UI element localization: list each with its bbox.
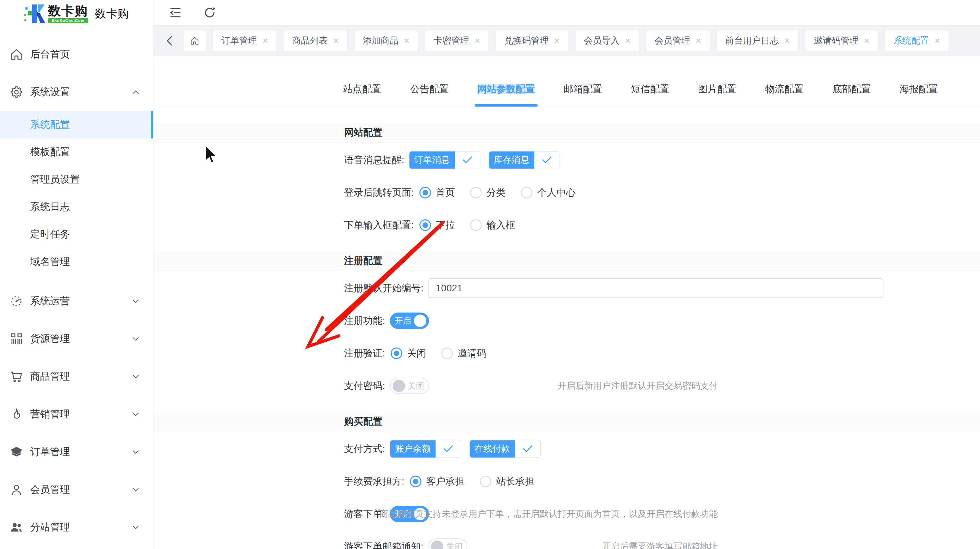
checkbox-button-label: 账户余额 (390, 440, 436, 457)
config-tab-0[interactable]: 站点配置 (343, 83, 381, 107)
radio-option-after-login-redirect[interactable]: 首页 (419, 186, 455, 199)
tab-home[interactable] (184, 30, 205, 51)
radio-unselected[interactable] (470, 219, 482, 231)
checkmark-icon[interactable] (515, 440, 540, 457)
tab-member-import[interactable]: 会员导入× (576, 30, 639, 51)
radio-unselected[interactable] (441, 347, 453, 359)
radio-option-after-login-redirect[interactable]: 分类 (470, 186, 506, 199)
tab-front-user-log[interactable]: 前台用户日志× (717, 30, 798, 51)
radio-option-fee-bearer[interactable]: 站长承担 (480, 475, 535, 488)
sidebar-subitem-template-config[interactable]: 模板配置 (0, 138, 153, 166)
sidebar-subitem-system-log[interactable]: 系统日志 (0, 193, 153, 221)
field-label: 登录后跳转页面: (344, 186, 414, 199)
field-label: 注册功能: (344, 314, 385, 327)
toggle-register-enabled[interactable]: 开启 (390, 312, 429, 329)
checkbox-button-voice-message-remind[interactable]: 库存消息 (488, 151, 560, 169)
close-icon[interactable]: × (333, 36, 339, 46)
radio-label: 个人中心 (537, 186, 576, 199)
sidebar-subitem-domain-manage[interactable]: 域名管理 (0, 248, 153, 275)
tab-order-manage[interactable]: 订单管理× (213, 30, 276, 51)
radio-selected[interactable] (419, 219, 431, 231)
checkmark-icon[interactable] (534, 151, 560, 169)
config-sections: 网站配置语音消息提醒:订单消息库存消息登录后跳转页面:首页分类个人中心下单输入框… (154, 123, 980, 549)
sidebar-item-goods-manage[interactable]: 商品管理 (0, 358, 153, 395)
sidebar-subitem-admin-settings[interactable]: 管理员设置 (0, 166, 153, 193)
tab-card-secret[interactable]: 卡密管理× (425, 30, 488, 51)
toggle-knob (431, 540, 444, 549)
tab-redeem-code[interactable]: 兑换码管理× (496, 30, 568, 51)
close-icon[interactable]: × (554, 36, 560, 46)
refresh-icon[interactable] (202, 5, 217, 20)
sidebar-item-marketing-manage[interactable]: 营销管理 (0, 395, 153, 433)
back-chevron-icon[interactable] (164, 35, 176, 47)
sidebar-submenu: 系统配置模板配置管理员设置系统日志定时任务域名管理 (0, 111, 153, 275)
config-tab-3[interactable]: 邮箱配置 (564, 83, 602, 107)
config-tab-1[interactable]: 公告配置 (410, 83, 449, 107)
checkmark-icon[interactable] (436, 440, 461, 457)
sidebar-subitem-cron-tasks[interactable]: 定时任务 (0, 221, 153, 248)
logo-title: 数卡购 (48, 5, 88, 17)
radio-unselected[interactable] (480, 476, 492, 487)
sidebar-item-supply-manage[interactable]: 货源管理 (0, 320, 153, 358)
radio-selected[interactable] (410, 476, 422, 487)
tab-label: 前台用户日志 (725, 35, 779, 47)
radio-option-register-verify[interactable]: 邀请码 (441, 347, 487, 360)
sidebar-item-label: 货源管理 (30, 332, 70, 346)
config-tab-4[interactable]: 短信配置 (631, 83, 669, 107)
field-hint: 开启后新用户注册默认开启交易密码支付 (557, 380, 718, 392)
sidebar-item-dashboard[interactable]: 后台首页 (0, 36, 153, 73)
toggle-knob (393, 380, 405, 392)
tabstrip: 订单管理×商品列表×添加商品×卡密管理×兑换码管理×会员导入×会员管理×前台用户… (154, 25, 980, 56)
checkbox-button-pay-methods[interactable]: 账户余额 (390, 440, 461, 458)
tab-member-manage[interactable]: 会员管理× (646, 30, 709, 51)
close-icon[interactable]: × (404, 36, 409, 46)
collapse-sidebar-icon[interactable] (168, 5, 183, 20)
field-label: 支付密码: (344, 379, 385, 392)
tab-invite-code[interactable]: 邀请码管理× (806, 30, 878, 51)
form-row-pay-password: 支付密码:关闭开启后新用户注册默认开启交易密码支付 (154, 369, 980, 402)
config-tabs: 站点配置公告配置网站参数配置邮箱配置短信配置图片配置物流配置底部配置海报配置 (154, 56, 980, 107)
tab-label: 订单管理 (221, 35, 257, 47)
config-tab-6[interactable]: 物流配置 (765, 83, 803, 107)
close-icon[interactable]: × (934, 36, 940, 46)
checkmark-icon[interactable] (455, 151, 480, 169)
tab-system-config[interactable]: 系统配置× (885, 30, 948, 51)
toggle-pay-password[interactable]: 关闭 (390, 378, 429, 394)
config-tab-7[interactable]: 底部配置 (832, 83, 871, 107)
sidebar-item-label: 营销管理 (30, 407, 70, 421)
radio-option-register-verify[interactable]: 关闭 (391, 347, 426, 360)
input-register-start-number[interactable] (428, 278, 883, 298)
radio-option-after-login-redirect[interactable]: 个人中心 (521, 186, 576, 199)
checkbox-button-voice-message-remind[interactable]: 订单消息 (409, 151, 480, 169)
close-icon[interactable]: × (474, 36, 480, 46)
form-row-order-input-style: 下单输入框配置:下拉输入框 (154, 209, 980, 241)
radio-selected[interactable] (419, 187, 431, 199)
sidebar-item-label: 分站管理 (30, 520, 70, 534)
close-icon[interactable]: × (695, 36, 701, 46)
radio-option-order-input-style[interactable]: 输入框 (470, 219, 515, 232)
tab-add-goods[interactable]: 添加商品× (355, 30, 418, 51)
radio-option-fee-bearer[interactable]: 客户承担 (410, 475, 465, 488)
sidebar-item-order-manage[interactable]: 订单管理 (0, 433, 153, 471)
config-tab-8[interactable]: 海报配置 (899, 83, 938, 107)
sidebar-item-system-operation[interactable]: 系统运营 (0, 282, 153, 320)
toggle-guest-order-email-notify[interactable]: 关闭 (428, 538, 468, 549)
config-tab-5[interactable]: 图片配置 (698, 83, 737, 107)
config-tab-2[interactable]: 网站参数配置 (477, 83, 535, 107)
sidebar-item-system-settings[interactable]: 系统设置 (0, 73, 153, 111)
sidebar-item-substation-manage[interactable]: 分站管理 (0, 509, 153, 546)
checkbox-button-pay-methods[interactable]: 在线付款 (469, 440, 541, 458)
sidebar-item-member-manage[interactable]: 会员管理 (0, 471, 153, 509)
radio-option-order-input-style[interactable]: 下拉 (419, 219, 455, 232)
radio-unselected[interactable] (470, 187, 482, 199)
sidebar-item-label: 会员管理 (30, 483, 70, 496)
close-icon[interactable]: × (625, 36, 630, 46)
radio-label: 站长承担 (496, 475, 535, 488)
radio-unselected[interactable] (521, 187, 533, 199)
tab-goods-list[interactable]: 商品列表× (284, 30, 347, 51)
close-icon[interactable]: × (262, 36, 268, 46)
close-icon[interactable]: × (864, 36, 869, 46)
radio-selected[interactable] (391, 347, 402, 359)
close-icon[interactable]: × (784, 36, 790, 46)
sidebar-subitem-system-config[interactable]: 系统配置 (0, 111, 153, 138)
